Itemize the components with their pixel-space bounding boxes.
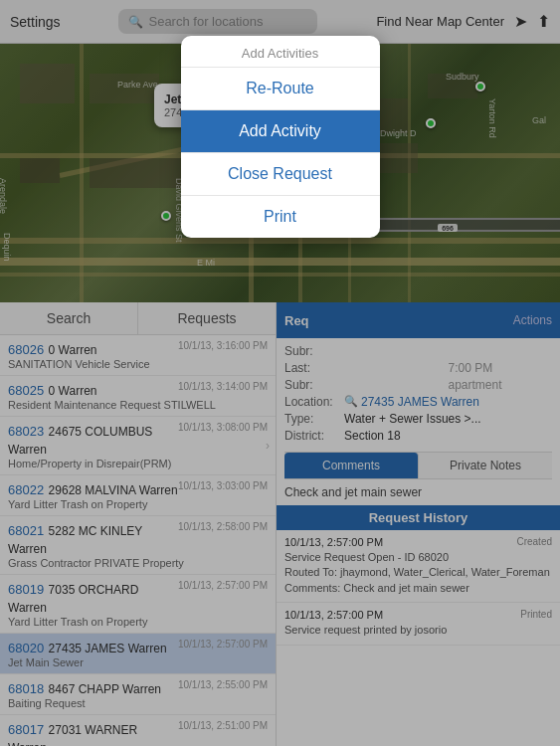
dropdown-title: Add Activities [181, 36, 380, 68]
dropdown-item-close-request[interactable]: Close Request [181, 153, 380, 196]
dropdown-item-re-route[interactable]: Re-Route [181, 68, 380, 110]
dropdown-item-add-activity[interactable]: Add Activity [181, 110, 380, 153]
dropdown-item-print[interactable]: Print [181, 196, 380, 238]
dropdown-overlay[interactable]: Add Activities Re-RouteAdd ActivityClose… [0, 0, 560, 746]
dropdown-menu: Add Activities Re-RouteAdd ActivityClose… [181, 36, 380, 238]
